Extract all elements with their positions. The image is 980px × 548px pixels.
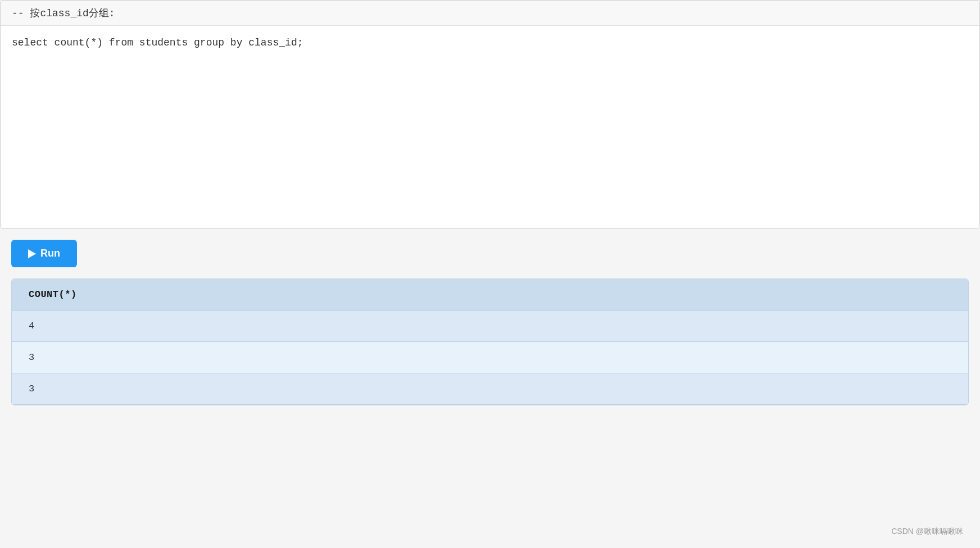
play-icon [28,249,36,258]
table-row: 3 [12,373,968,405]
column-header-count: COUNT(*) [12,279,968,310]
table-row: 3 [12,342,968,373]
sql-text: select count(*) from students group by c… [12,37,303,48]
sql-editor[interactable]: select count(*) from students group by c… [1,26,979,228]
table-header-row: COUNT(*) [12,279,968,310]
run-button-container: Run [0,229,980,278]
run-button[interactable]: Run [11,240,77,267]
results-container: COUNT(*) 433 [11,278,969,405]
comment-line: -- 按class_id分组: [1,1,979,26]
results-table: COUNT(*) 433 [12,279,968,405]
cell-count-value: 4 [12,310,968,342]
run-label: Run [40,248,60,259]
code-editor-container: -- 按class_id分组: select count(*) from stu… [0,0,980,229]
comment-text: -- 按class_id分组: [12,8,115,19]
cell-count-value: 3 [12,342,968,373]
table-row: 4 [12,310,968,342]
cell-count-value: 3 [12,373,968,405]
watermark: CSDN @啾咪嗝啾咪 [891,527,963,537]
